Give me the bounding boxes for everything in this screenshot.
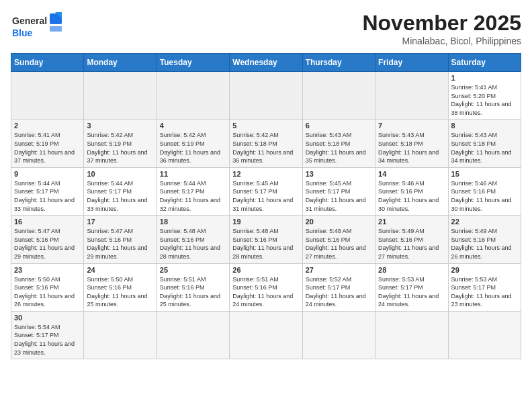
day-header-saturday: Saturday [448, 54, 521, 72]
day-number: 22 [451, 218, 518, 226]
header-row: SundayMondayTuesdayWednesdayThursdayFrid… [11, 54, 521, 72]
cell-content: Sunrise: 5:43 AMSunset: 5:18 PMDaylight:… [451, 131, 518, 165]
day-number: 29 [451, 266, 518, 274]
day-number: 28 [378, 266, 445, 274]
calendar-cell [230, 72, 302, 120]
cell-content: Sunrise: 5:50 AMSunset: 5:16 PMDaylight:… [87, 275, 153, 309]
day-number: 27 [306, 266, 372, 274]
calendar-cell: 23Sunrise: 5:50 AMSunset: 5:16 PMDayligh… [11, 263, 84, 311]
cell-content: Sunrise: 5:42 AMSunset: 5:19 PMDaylight:… [87, 131, 153, 165]
day-header-friday: Friday [375, 54, 448, 72]
day-number: 25 [160, 266, 226, 274]
svg-text:Blue: Blue [12, 28, 33, 38]
calendar-cell [84, 72, 157, 120]
cell-content: Sunrise: 5:53 AMSunset: 5:17 PMDaylight:… [378, 275, 445, 309]
calendar-cell: 19Sunrise: 5:48 AMSunset: 5:16 PMDayligh… [230, 216, 302, 263]
day-number: 30 [14, 314, 81, 322]
logo: General Blue [11, 11, 64, 44]
calendar-week-4: 23Sunrise: 5:50 AMSunset: 5:16 PMDayligh… [11, 263, 521, 311]
calendar-cell: 30Sunrise: 5:54 AMSunset: 5:17 PMDayligh… [11, 311, 84, 359]
cell-content: Sunrise: 5:44 AMSunset: 5:17 PMDaylight:… [160, 179, 226, 213]
calendar-cell: 22Sunrise: 5:49 AMSunset: 5:16 PMDayligh… [448, 216, 521, 263]
cell-content: Sunrise: 5:42 AMSunset: 5:19 PMDaylight:… [160, 131, 226, 165]
cell-content: Sunrise: 5:46 AMSunset: 5:16 PMDaylight:… [378, 179, 445, 213]
day-number: 23 [14, 266, 81, 274]
cell-content: Sunrise: 5:46 AMSunset: 5:16 PMDaylight:… [451, 179, 518, 213]
cell-content: Sunrise: 5:48 AMSunset: 5:16 PMDaylight:… [160, 227, 226, 261]
day-number: 9 [14, 170, 81, 178]
calendar-week-0: 1Sunrise: 5:41 AMSunset: 5:20 PMDaylight… [11, 72, 521, 120]
calendar-cell: 25Sunrise: 5:51 AMSunset: 5:16 PMDayligh… [157, 263, 229, 311]
day-number: 3 [87, 122, 153, 130]
cell-content: Sunrise: 5:51 AMSunset: 5:16 PMDaylight:… [232, 275, 299, 309]
calendar-cell: 8Sunrise: 5:43 AMSunset: 5:18 PMDaylight… [448, 120, 521, 167]
calendar-cell [302, 311, 375, 359]
calendar-cell: 13Sunrise: 5:45 AMSunset: 5:17 PMDayligh… [302, 167, 375, 215]
cell-content: Sunrise: 5:45 AMSunset: 5:17 PMDaylight:… [306, 179, 372, 213]
cell-content: Sunrise: 5:52 AMSunset: 5:17 PMDaylight:… [306, 275, 372, 309]
calendar-cell: 14Sunrise: 5:46 AMSunset: 5:16 PMDayligh… [375, 167, 448, 215]
cell-content: Sunrise: 5:43 AMSunset: 5:18 PMDaylight:… [306, 131, 372, 165]
calendar-cell: 7Sunrise: 5:43 AMSunset: 5:18 PMDaylight… [375, 120, 448, 167]
calendar-cell [157, 72, 229, 120]
cell-content: Sunrise: 5:48 AMSunset: 5:16 PMDaylight:… [306, 227, 372, 261]
calendar-table: SundayMondayTuesdayWednesdayThursdayFrid… [11, 53, 521, 359]
calendar-cell: 3Sunrise: 5:42 AMSunset: 5:19 PMDaylight… [84, 120, 157, 167]
calendar-cell: 6Sunrise: 5:43 AMSunset: 5:18 PMDaylight… [302, 120, 375, 167]
calendar-cell [302, 72, 375, 120]
cell-content: Sunrise: 5:44 AMSunset: 5:17 PMDaylight:… [87, 179, 153, 213]
day-number: 7 [378, 122, 445, 130]
calendar-cell: 4Sunrise: 5:42 AMSunset: 5:19 PMDaylight… [157, 120, 229, 167]
day-number: 18 [160, 218, 226, 226]
day-number: 2 [14, 122, 81, 130]
calendar-cell [375, 72, 448, 120]
day-number: 6 [306, 122, 372, 130]
cell-content: Sunrise: 5:51 AMSunset: 5:16 PMDaylight:… [160, 275, 226, 309]
day-number: 20 [306, 218, 372, 226]
day-number: 12 [232, 170, 299, 178]
calendar-cell [448, 311, 521, 359]
calendar-cell: 18Sunrise: 5:48 AMSunset: 5:16 PMDayligh… [157, 216, 229, 263]
cell-content: Sunrise: 5:44 AMSunset: 5:17 PMDaylight:… [14, 179, 81, 213]
day-header-monday: Monday [84, 54, 157, 72]
cell-content: Sunrise: 5:42 AMSunset: 5:18 PMDaylight:… [232, 131, 299, 165]
calendar-cell: 26Sunrise: 5:51 AMSunset: 5:16 PMDayligh… [230, 263, 302, 311]
day-number: 24 [87, 266, 153, 274]
cell-content: Sunrise: 5:54 AMSunset: 5:17 PMDaylight:… [14, 323, 81, 357]
cell-content: Sunrise: 5:41 AMSunset: 5:19 PMDaylight:… [14, 131, 81, 165]
cell-content: Sunrise: 5:45 AMSunset: 5:17 PMDaylight:… [232, 179, 299, 213]
title-area: November 2025 Minalabac, Bicol, Philippi… [362, 11, 521, 46]
cell-content: Sunrise: 5:49 AMSunset: 5:16 PMDaylight:… [451, 227, 518, 261]
svg-text:General: General [12, 15, 47, 26]
day-number: 19 [232, 218, 299, 226]
calendar-cell [84, 311, 157, 359]
calendar-cell: 27Sunrise: 5:52 AMSunset: 5:17 PMDayligh… [302, 263, 375, 311]
day-number: 16 [14, 218, 81, 226]
day-number: 11 [160, 170, 226, 178]
calendar-week-5: 30Sunrise: 5:54 AMSunset: 5:17 PMDayligh… [11, 311, 521, 359]
calendar-cell: 28Sunrise: 5:53 AMSunset: 5:17 PMDayligh… [375, 263, 448, 311]
calendar-cell [157, 311, 229, 359]
calendar-cell: 2Sunrise: 5:41 AMSunset: 5:19 PMDaylight… [11, 120, 84, 167]
cell-content: Sunrise: 5:41 AMSunset: 5:20 PMDaylight:… [451, 83, 518, 117]
calendar-cell: 20Sunrise: 5:48 AMSunset: 5:16 PMDayligh… [302, 216, 375, 263]
calendar-cell [375, 311, 448, 359]
day-number: 26 [232, 266, 299, 274]
calendar-week-2: 9Sunrise: 5:44 AMSunset: 5:17 PMDaylight… [11, 167, 521, 215]
calendar-cell: 29Sunrise: 5:53 AMSunset: 5:17 PMDayligh… [448, 263, 521, 311]
calendar-week-1: 2Sunrise: 5:41 AMSunset: 5:19 PMDaylight… [11, 120, 521, 167]
calendar-cell: 16Sunrise: 5:47 AMSunset: 5:16 PMDayligh… [11, 216, 84, 263]
calendar-cell [11, 72, 84, 120]
location-subtitle: Minalabac, Bicol, Philippines [362, 36, 521, 46]
cell-content: Sunrise: 5:48 AMSunset: 5:16 PMDaylight:… [232, 227, 299, 261]
calendar-cell: 11Sunrise: 5:44 AMSunset: 5:17 PMDayligh… [157, 167, 229, 215]
cell-content: Sunrise: 5:53 AMSunset: 5:17 PMDaylight:… [451, 275, 518, 309]
calendar-cell: 5Sunrise: 5:42 AMSunset: 5:18 PMDaylight… [230, 120, 302, 167]
calendar-cell: 12Sunrise: 5:45 AMSunset: 5:17 PMDayligh… [230, 167, 302, 215]
svg-rect-3 [50, 26, 62, 32]
cell-content: Sunrise: 5:47 AMSunset: 5:16 PMDaylight:… [14, 227, 81, 261]
day-number: 4 [160, 122, 226, 130]
page-header: General Blue November 2025 Minalabac, Bi… [11, 11, 521, 46]
calendar-cell: 24Sunrise: 5:50 AMSunset: 5:16 PMDayligh… [84, 263, 157, 311]
day-header-sunday: Sunday [11, 54, 84, 72]
